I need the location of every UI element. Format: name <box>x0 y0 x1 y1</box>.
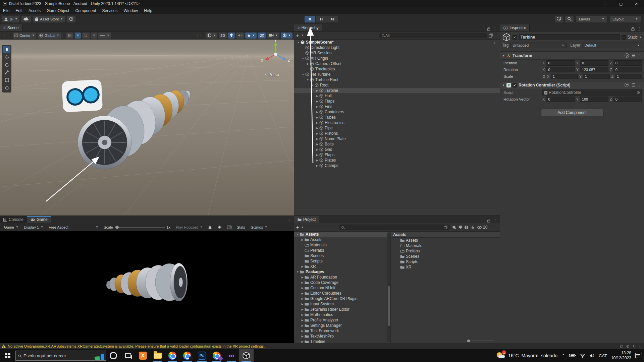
project-content-header[interactable]: Assets <box>391 232 500 238</box>
undo-history-button[interactable] <box>555 16 563 22</box>
start-button[interactable] <box>0 349 15 362</box>
lock-icon[interactable] <box>631 27 635 31</box>
tab-inspector[interactable]: i Inspector <box>500 24 530 31</box>
foldout-closed-icon[interactable]: ▶ <box>315 132 319 135</box>
chrome-icon[interactable] <box>165 349 180 362</box>
static-dropdown-caret[interactable]: ▼ <box>639 36 642 39</box>
layout-dropdown[interactable]: Layout▼ <box>610 16 641 22</box>
warning-filter-icon[interactable] <box>464 225 469 230</box>
kebab-menu-icon[interactable]: ⋮ <box>493 26 497 31</box>
tree-row[interactable]: ▶Flaps <box>294 99 500 104</box>
tree-row[interactable]: Assets <box>391 238 500 243</box>
scrollbar-thumb[interactable] <box>388 286 390 326</box>
scale-slider[interactable] <box>115 227 165 228</box>
foldout-closed-icon[interactable]: ▶ <box>315 154 319 157</box>
tree-row[interactable]: Scenes <box>294 253 390 258</box>
kebab-menu-icon[interactable]: ⋮ <box>638 53 642 58</box>
menu-file[interactable]: File <box>0 8 12 13</box>
task-view-icon[interactable] <box>121 349 136 362</box>
action-center-icon[interactable] <box>635 353 642 358</box>
aspect-dropdown[interactable]: Free Aspect▼ <box>47 224 100 230</box>
kebab-menu-icon[interactable]: ⋮ <box>287 218 291 223</box>
tray-expand-icon[interactable]: ⌃ <box>561 353 565 358</box>
cloud-button[interactable] <box>21 16 31 22</box>
foldout-open-icon[interactable]: ▼ <box>310 84 315 87</box>
foldout-closed-icon[interactable]: ▶ <box>300 287 305 290</box>
foldout-closed-icon[interactable]: ▶ <box>300 324 305 327</box>
language-indicator[interactable]: CAT <box>599 353 607 358</box>
foldout-closed-icon[interactable]: ▶ <box>315 89 319 92</box>
tree-row[interactable]: ▶Electronics <box>294 120 500 125</box>
foldout-closed-icon[interactable]: ▶ <box>315 105 319 108</box>
tree-row[interactable]: ▶Turbine <box>294 88 500 93</box>
object-name-field[interactable]: Turbine <box>519 34 620 40</box>
tab-game[interactable]: Game <box>27 216 51 223</box>
add-object-caret[interactable]: ▼ <box>301 34 304 37</box>
foldout-closed-icon[interactable]: ▶ <box>300 329 305 333</box>
scale-x-field[interactable]: 1 <box>551 74 578 79</box>
project-search-input[interactable] <box>339 225 450 230</box>
tree-row[interactable]: ▼Jet Turbine <box>294 72 500 77</box>
create-asset-caret[interactable]: ▼ <box>301 226 304 229</box>
tree-row[interactable]: ▶Containers <box>294 109 500 115</box>
maximize-button[interactable]: ▢ <box>613 0 629 7</box>
tree-row[interactable]: Prefabs <box>391 248 500 254</box>
foldout-closed-icon[interactable]: ▶ <box>300 303 305 306</box>
tree-row[interactable]: ▶Test Framework <box>294 328 390 334</box>
scale-y-field[interactable]: 1 <box>583 74 610 79</box>
foldout-closed-icon[interactable]: ▶ <box>300 238 305 241</box>
foldout-closed-icon[interactable]: ▶ <box>315 100 319 103</box>
lock-icon[interactable] <box>487 27 490 31</box>
scene-camera-settings-dropdown[interactable]: ▼ <box>281 33 292 39</box>
wifi-icon[interactable] <box>580 354 585 358</box>
space-mode-dropdown[interactable]: Global▼ <box>38 33 61 39</box>
layers-dropdown[interactable]: Layers▼ <box>576 16 607 22</box>
component-enabled-checkbox[interactable]: ✓ <box>513 83 517 87</box>
rotation-x-field[interactable]: 0 <box>546 67 575 72</box>
favorites-star-icon[interactable] <box>471 225 475 230</box>
vector-y-field[interactable]: 100 <box>580 97 608 102</box>
transform-header[interactable]: ▼ Transform ? ☰ ⋮ <box>500 52 644 60</box>
lighting-toggle[interactable] <box>228 33 235 39</box>
cache-icon[interactable]: ⊘ <box>626 344 629 349</box>
foldout-closed-icon[interactable]: ▶ <box>300 319 305 322</box>
hierarchy-search-input[interactable]: All <box>379 33 487 38</box>
foldout-open-icon[interactable]: ▼ <box>296 270 300 274</box>
tree-row[interactable]: ▶Camera Offset <box>294 61 500 66</box>
open-search-window-icon[interactable] <box>489 34 493 38</box>
tab-project[interactable]: Project <box>294 216 319 223</box>
tree-row[interactable]: ▶Profile Analyzer <box>294 317 390 323</box>
object-picker-icon[interactable]: ⊙ <box>637 90 640 95</box>
tree-row[interactable]: ▼XR Origin <box>294 56 500 61</box>
tree-row[interactable]: ▶Code Coverage <box>294 280 390 285</box>
search-by-label-icon[interactable] <box>458 225 462 229</box>
lock-icon[interactable] <box>487 219 490 223</box>
tree-row[interactable]: Scripts <box>391 259 500 264</box>
snap-increment-dropdown[interactable]: ▼ <box>91 33 97 39</box>
foldout-closed-icon[interactable]: ▶ <box>306 62 310 65</box>
vector-x-field[interactable]: 0 <box>546 97 575 102</box>
kebab-menu-icon[interactable]: ⋮ <box>493 218 497 223</box>
rect-tool-button[interactable] <box>3 77 10 84</box>
foldout-closed-icon[interactable]: ▶ <box>315 159 319 162</box>
foldout-closed-icon[interactable]: ▶ <box>300 335 305 338</box>
tree-row[interactable]: Scripts <box>294 258 390 264</box>
tree-row[interactable]: ▶Hull <box>294 93 500 99</box>
foldout-open-icon[interactable]: ▼ <box>301 73 305 76</box>
grid-snap-dropdown[interactable]: ▼ <box>75 33 81 39</box>
foldout-closed-icon[interactable]: ▶ <box>315 164 319 167</box>
tree-row[interactable]: ▼Assets <box>294 232 390 237</box>
scale-slider-knob[interactable] <box>115 226 119 229</box>
menu-gameobject[interactable]: GameObject <box>44 8 72 13</box>
play-focused-dropdown[interactable]: Play Focused▼ <box>174 224 205 230</box>
rotation-y-field[interactable]: 123.057 <box>580 67 608 72</box>
presets-icon[interactable]: ☰ <box>632 83 635 87</box>
mute-audio-button[interactable] <box>215 224 224 230</box>
layer-dropdown[interactable]: Default▼ <box>582 43 642 48</box>
status-bar[interactable]: No active UnityEngine.XR.ARSubsystems.XR… <box>0 343 644 349</box>
clock[interactable]: 13:28 10/12/2023 <box>611 351 631 361</box>
tree-row[interactable]: ▼SampleScene*⋮ <box>294 40 500 45</box>
foldout-closed-icon[interactable]: ▶ <box>300 308 305 311</box>
battery-icon[interactable] <box>569 354 576 358</box>
chrome-profile-j-icon[interactable]: J <box>209 349 224 362</box>
